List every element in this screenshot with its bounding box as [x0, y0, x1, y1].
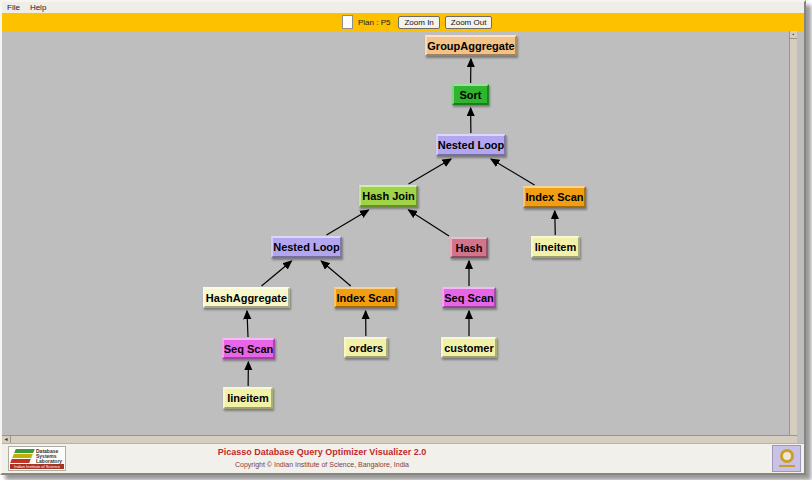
- dsl-logo-bar-green: [14, 449, 35, 453]
- dsl-lab-logo: Database Systems Laboratory Indian Insti…: [8, 446, 66, 471]
- plan-node-nl2[interactable]: Nested Loop: [271, 236, 342, 258]
- horizontal-scrollbar-button[interactable]: ◂: [2, 436, 11, 443]
- menu-help[interactable]: Help: [30, 3, 46, 12]
- menu-file[interactable]: File: [7, 3, 20, 12]
- plan-tree-canvas[interactable]: [2, 31, 789, 435]
- app-title: Picasso Database Query Optimizer Visuali…: [62, 447, 582, 457]
- plan-node-nl1[interactable]: Nested Loop: [436, 134, 506, 156]
- menu-bar: File Help: [2, 2, 804, 13]
- horizontal-scrollbar[interactable]: ◂: [2, 435, 797, 443]
- dsl-logo-text: Database Systems Laboratory: [36, 449, 62, 464]
- plan-toolbar: Plan : P5 Zoom In Zoom Out: [2, 13, 804, 31]
- vertical-scrollbar[interactable]: ▪: [789, 31, 797, 435]
- iisc-logo-base: [779, 465, 795, 467]
- plan-node-orders[interactable]: orders: [344, 337, 388, 358]
- copyright-text: Copyright © Indian Institute of Science,…: [62, 461, 582, 468]
- plan-node-seqscan2[interactable]: Seq Scan: [222, 338, 275, 359]
- iisc-logo-icon: [772, 445, 801, 472]
- plan-node-customer[interactable]: customer: [441, 337, 497, 358]
- dsl-logo-bar-yellow: [12, 454, 33, 458]
- plan-node-indexscan2[interactable]: Index Scan: [334, 287, 397, 308]
- iisc-logo-ring: [780, 449, 794, 463]
- plan-label: Plan : P5: [358, 18, 393, 27]
- plan-node-hashaggregate[interactable]: HashAggregate: [203, 287, 290, 308]
- status-bar: Database Systems Laboratory Indian Insti…: [2, 443, 804, 473]
- plan-node-indexscan1[interactable]: Index Scan: [523, 186, 586, 208]
- vertical-scrollbar-button[interactable]: ▪: [790, 31, 797, 39]
- plan-node-sort[interactable]: Sort: [452, 84, 489, 105]
- plan-node-seqscan1[interactable]: Seq Scan: [442, 287, 496, 308]
- plan-node-hashjoin[interactable]: Hash Join: [359, 185, 418, 207]
- zoom-out-button[interactable]: Zoom Out: [445, 16, 493, 29]
- plan-node-hash[interactable]: Hash: [450, 237, 488, 258]
- plan-color-swatch: [342, 15, 353, 29]
- plan-toolbar-group: Plan : P5 Zoom In Zoom Out: [342, 15, 492, 29]
- dsl-logo-band: Indian Institute of Science: [10, 464, 64, 469]
- status-text-block: Picasso Database Query Optimizer Visuali…: [62, 447, 582, 468]
- plan-node-groupaggregate[interactable]: GroupAggregate: [425, 35, 517, 56]
- dsl-logo-bar-red: [10, 459, 31, 463]
- plan-node-lineitem1[interactable]: lineitem: [531, 236, 580, 258]
- zoom-in-button[interactable]: Zoom In: [398, 16, 439, 29]
- plan-node-lineitem2[interactable]: lineitem: [223, 387, 273, 409]
- picasso-visualizer-window: File Help Plan : P5 Zoom In Zoom Out Gro…: [0, 0, 812, 480]
